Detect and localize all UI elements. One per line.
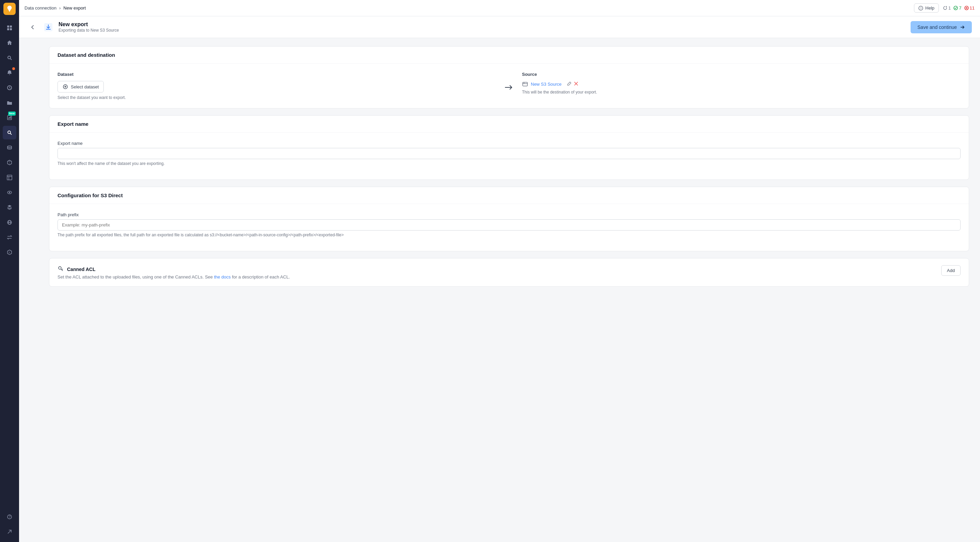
select-dataset-button[interactable]: Select dataset xyxy=(57,81,104,92)
svg-point-20 xyxy=(9,192,10,193)
export-name-field-group: Export name This won't affect the name o… xyxy=(57,141,961,166)
svg-point-13 xyxy=(8,146,11,147)
source-col: Source New S3 Source xyxy=(522,72,961,95)
svg-point-4 xyxy=(8,56,11,59)
svg-rect-2 xyxy=(7,28,9,30)
path-prefix-input[interactable] xyxy=(57,219,961,231)
back-button[interactable] xyxy=(27,22,38,33)
help-button[interactable]: ? Help xyxy=(914,3,939,13)
arrow-right-icon xyxy=(959,24,965,30)
export-name-header: Export name xyxy=(49,116,969,133)
configuration-header: Configuration for S3 Direct xyxy=(49,187,969,204)
sidebar-item-history[interactable] xyxy=(3,81,16,95)
status-error: 11 xyxy=(964,5,975,11)
export-name-hint: This won't affect the name of the datase… xyxy=(57,161,961,166)
svg-text:X: X xyxy=(8,251,10,254)
svg-point-42 xyxy=(524,82,524,83)
key-icon xyxy=(57,265,64,273)
sidebar-item-notifications[interactable] xyxy=(3,66,16,79)
source-hint: This will be the destination of your exp… xyxy=(522,90,961,95)
canned-acl-content: Canned ACL Set the ACL attached to the u… xyxy=(57,265,290,279)
configuration-card: Configuration for S3 Direct Path prefix … xyxy=(49,187,969,251)
topbar: Data connection › New export ? Help 1 xyxy=(19,0,980,16)
reports-new-badge: New xyxy=(8,111,16,116)
sidebar-item-hex[interactable]: X xyxy=(3,246,16,259)
save-continue-button[interactable]: Save and continue xyxy=(911,21,972,33)
check-icon xyxy=(953,6,958,10)
path-prefix-field-group: Path prefix The path prefix for all expo… xyxy=(57,212,961,237)
source-row: New S3 Source xyxy=(522,81,961,87)
notification-badge xyxy=(12,67,15,70)
source-name-link[interactable]: New S3 Source xyxy=(531,82,562,87)
help-icon: ? xyxy=(918,6,923,11)
dataset-col: Dataset Select dataset Select the datase… xyxy=(57,72,496,100)
subheader-info: New export Exporting data to New S3 Sour… xyxy=(59,21,119,33)
export-name-body: Export name This won't affect the name o… xyxy=(49,133,969,179)
breadcrumb: Data connection › New export xyxy=(24,5,86,11)
canned-acl-docs-link[interactable]: the docs xyxy=(214,274,231,279)
svg-rect-41 xyxy=(523,82,527,86)
dataset-destination-header: Dataset and destination xyxy=(49,47,969,63)
status-success: 7 xyxy=(953,5,961,11)
status-indicators: 1 7 11 xyxy=(943,5,975,11)
svg-rect-3 xyxy=(10,28,12,30)
canned-acl-card: Canned ACL Set the ACL attached to the u… xyxy=(49,258,969,287)
sidebar-item-globe[interactable] xyxy=(3,216,16,229)
svg-text:?: ? xyxy=(9,515,11,519)
source-label: Source xyxy=(522,72,961,77)
source-edit-button[interactable] xyxy=(567,81,572,87)
svg-line-12 xyxy=(10,133,11,135)
dataset-hint: Select the dataset you want to export. xyxy=(57,95,496,100)
sidebar-item-help[interactable]: ? xyxy=(3,510,16,524)
export-name-card: Export name Export name This won't affec… xyxy=(49,115,969,180)
sidebar: New xyxy=(0,0,19,542)
sidebar-item-query[interactable] xyxy=(3,126,16,139)
subheader-subtitle: Exporting data to New S3 Source xyxy=(59,28,119,33)
sidebar-item-search[interactable] xyxy=(3,51,16,65)
sidebar-item-eye[interactable] xyxy=(3,185,16,199)
sidebar-item-database[interactable] xyxy=(3,141,16,154)
arrow-connector xyxy=(504,72,514,92)
configuration-body: Path prefix The path prefix for all expo… xyxy=(49,204,969,251)
plus-circle-icon xyxy=(63,84,68,89)
sidebar-item-table[interactable] xyxy=(3,171,16,184)
sidebar-item-grid[interactable] xyxy=(3,21,16,35)
sidebar-item-layers[interactable] xyxy=(3,201,16,214)
dataset-destination-body: Dataset Select dataset Select the datase… xyxy=(49,63,969,108)
path-prefix-label: Path prefix xyxy=(57,212,961,217)
export-name-input[interactable] xyxy=(57,148,961,159)
app-logo[interactable] xyxy=(3,3,16,15)
status-refresh: 1 xyxy=(943,5,951,11)
svg-rect-16 xyxy=(7,175,12,180)
canned-acl-description: Set the ACL attached to the uploaded fil… xyxy=(57,274,290,279)
s3-bucket-icon xyxy=(522,81,528,87)
dataset-grid: Dataset Select dataset Select the datase… xyxy=(57,72,961,100)
main-content: Dataset and destination Dataset Select d… xyxy=(38,38,980,542)
sidebar-item-home[interactable] xyxy=(3,36,16,50)
dataset-destination-card: Dataset and destination Dataset Select d… xyxy=(49,46,969,108)
refresh-icon xyxy=(943,6,947,10)
x-icon xyxy=(964,6,969,10)
sidebar-item-reports[interactable]: New xyxy=(3,111,16,124)
canned-acl-header: Canned ACL Set the ACL attached to the u… xyxy=(49,258,969,286)
svg-line-5 xyxy=(11,59,12,60)
sidebar-item-arrow-up-right[interactable] xyxy=(3,525,16,539)
canned-acl-title: Canned ACL xyxy=(67,266,95,272)
sidebar-item-folders[interactable] xyxy=(3,96,16,109)
breadcrumb-current: New export xyxy=(63,5,86,11)
svg-rect-1 xyxy=(10,25,12,27)
subheader-title: New export xyxy=(59,21,119,27)
svg-point-11 xyxy=(8,131,11,134)
add-canned-acl-button[interactable]: Add xyxy=(941,265,961,276)
sidebar-item-transfer[interactable] xyxy=(3,231,16,244)
subheader: New export Exporting data to New S3 Sour… xyxy=(19,16,980,38)
topbar-right: ? Help 1 7 xyxy=(914,3,975,13)
sidebar-item-cube[interactable] xyxy=(3,156,16,170)
source-actions xyxy=(567,81,579,87)
breadcrumb-separator: › xyxy=(59,5,60,11)
dataset-label: Dataset xyxy=(57,72,496,77)
export-name-label: Export name xyxy=(57,141,961,146)
source-delete-button[interactable] xyxy=(574,81,579,87)
path-prefix-hint: The path prefix for all exported files, … xyxy=(57,233,961,237)
canned-acl-title-row: Canned ACL xyxy=(57,265,290,273)
